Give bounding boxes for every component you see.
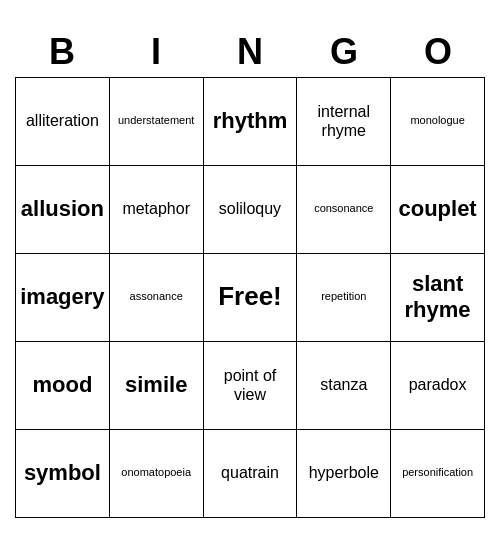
cell-text: mood bbox=[32, 372, 92, 398]
cell-text: slant rhyme bbox=[395, 271, 480, 324]
bingo-cell: monologue bbox=[391, 78, 485, 166]
header-letter: O bbox=[391, 27, 485, 77]
bingo-cell: metaphor bbox=[110, 166, 204, 254]
bingo-cell: consonance bbox=[297, 166, 391, 254]
cell-text: imagery bbox=[20, 284, 104, 310]
cell-text: onomatopoeia bbox=[121, 466, 191, 479]
cell-text: hyperbole bbox=[309, 463, 379, 482]
cell-text: allusion bbox=[21, 196, 104, 222]
bingo-cell: hyperbole bbox=[297, 430, 391, 518]
bingo-cell: rhythm bbox=[204, 78, 298, 166]
bingo-cell: symbol bbox=[16, 430, 110, 518]
cell-text: quatrain bbox=[221, 463, 279, 482]
cell-text: monologue bbox=[410, 114, 464, 127]
bingo-grid: alliterationunderstatementrhythminternal… bbox=[15, 77, 485, 518]
bingo-cell: onomatopoeia bbox=[110, 430, 204, 518]
bingo-cell: personification bbox=[391, 430, 485, 518]
bingo-header: BINGO bbox=[15, 27, 485, 77]
bingo-cell: alliteration bbox=[16, 78, 110, 166]
cell-text: metaphor bbox=[122, 199, 190, 218]
bingo-cell: imagery bbox=[16, 254, 110, 342]
cell-text: stanza bbox=[320, 375, 367, 394]
cell-text: symbol bbox=[24, 460, 101, 486]
header-letter: B bbox=[15, 27, 109, 77]
bingo-cell: allusion bbox=[16, 166, 110, 254]
bingo-cell: Free! bbox=[204, 254, 298, 342]
cell-text: soliloquy bbox=[219, 199, 281, 218]
bingo-cell: stanza bbox=[297, 342, 391, 430]
bingo-cell: understatement bbox=[110, 78, 204, 166]
bingo-cell: mood bbox=[16, 342, 110, 430]
cell-text: consonance bbox=[314, 202, 373, 215]
cell-text: personification bbox=[402, 466, 473, 479]
bingo-cell: couplet bbox=[391, 166, 485, 254]
cell-text: paradox bbox=[409, 375, 467, 394]
cell-text: alliteration bbox=[26, 111, 99, 130]
bingo-cell: assonance bbox=[110, 254, 204, 342]
bingo-cell: slant rhyme bbox=[391, 254, 485, 342]
cell-text: rhythm bbox=[213, 108, 288, 134]
cell-text: understatement bbox=[118, 114, 194, 127]
cell-text: point of view bbox=[208, 366, 293, 404]
cell-text: assonance bbox=[130, 290, 183, 303]
bingo-cell: paradox bbox=[391, 342, 485, 430]
bingo-cell: internal rhyme bbox=[297, 78, 391, 166]
bingo-cell: quatrain bbox=[204, 430, 298, 518]
cell-text: Free! bbox=[218, 281, 282, 312]
cell-text: couplet bbox=[398, 196, 476, 222]
bingo-cell: repetition bbox=[297, 254, 391, 342]
cell-text: internal rhyme bbox=[301, 102, 386, 140]
bingo-card: BINGO alliterationunderstatementrhythmin… bbox=[15, 27, 485, 518]
header-letter: G bbox=[297, 27, 391, 77]
bingo-cell: point of view bbox=[204, 342, 298, 430]
bingo-cell: soliloquy bbox=[204, 166, 298, 254]
cell-text: simile bbox=[125, 372, 187, 398]
header-letter: I bbox=[109, 27, 203, 77]
bingo-cell: simile bbox=[110, 342, 204, 430]
header-letter: N bbox=[203, 27, 297, 77]
cell-text: repetition bbox=[321, 290, 366, 303]
